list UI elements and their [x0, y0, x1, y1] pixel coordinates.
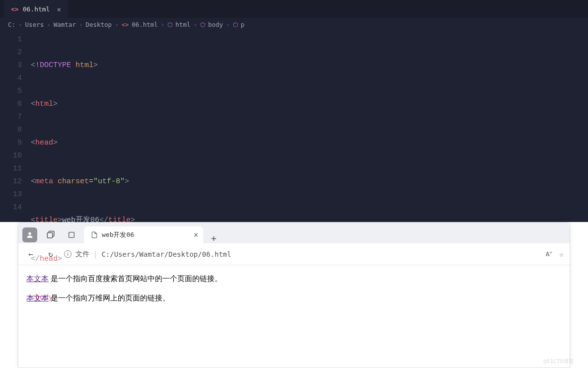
line-number: 1	[0, 33, 22, 46]
html-file-icon: <>	[11, 5, 19, 13]
breadcrumb-item[interactable]: Users	[25, 21, 44, 28]
svg-rect-2	[69, 232, 74, 238]
line-number: 12	[0, 175, 22, 188]
chevron-right-icon: ›	[226, 21, 230, 28]
line-number: 13	[0, 188, 22, 201]
chevron-right-icon: ›	[47, 21, 51, 28]
paragraph: 本文本 是一个指向万维网上的页面的链接。	[26, 294, 562, 303]
breadcrumb-item[interactable]: Wamtar	[54, 21, 76, 28]
tab-filename: 06.html	[23, 5, 50, 13]
toolbar-right: A» ☆	[546, 250, 564, 259]
line-number: 11	[0, 162, 22, 175]
line-number: 3	[0, 59, 22, 72]
close-tab-icon[interactable]: ×	[57, 5, 61, 13]
back-button[interactable]: ←	[24, 249, 37, 259]
scheme-label: 文件	[75, 250, 89, 259]
line-number: 6	[0, 98, 22, 111]
address-bar[interactable]: i 文件 | C:/Users/Wamtar/Desktop/06.html	[64, 250, 539, 259]
link-news-baidu[interactable]: 本文本	[26, 294, 49, 302]
line-number: 10	[0, 149, 22, 162]
svg-rect-1	[47, 233, 53, 238]
line-number: 7	[0, 111, 22, 124]
close-tab-icon[interactable]: ×	[194, 230, 198, 239]
line-number: 14	[0, 201, 22, 214]
line-number: 4	[0, 72, 22, 85]
breadcrumb-item[interactable]: Desktop	[85, 21, 112, 28]
line-number: 2	[0, 46, 22, 59]
browser-tab-title: web开发06	[102, 230, 134, 239]
address-separator: |	[93, 250, 97, 258]
symbol-icon: ⬡	[233, 21, 238, 28]
tab-actions-button[interactable]	[63, 226, 80, 243]
breadcrumb-item[interactable]: 06.html	[132, 21, 158, 28]
watermark: @51CTO博客	[543, 358, 574, 365]
url-path: C:/Users/Wamtar/Desktop/06.html	[101, 250, 231, 258]
editor-tabs-bar: <> 06.html ×	[0, 0, 588, 18]
info-icon[interactable]: i	[64, 250, 72, 258]
browser-tab-strip: web开发06 × +	[18, 222, 570, 243]
breadcrumb-item[interactable]: p	[241, 21, 245, 28]
code-editor: <> 06.html × C:› Users› Wamtar› Desktop›…	[0, 0, 588, 222]
favorites-button[interactable]: ☆	[559, 250, 564, 259]
breadcrumb-item[interactable]: html	[175, 21, 190, 28]
page-content: 本文本 是一个指向百度搜索首页网站中的一个页面的链接。 本文本 是一个指向万维网…	[18, 265, 570, 322]
profile-button[interactable]	[21, 226, 38, 243]
link-baidu[interactable]: 本文本	[26, 275, 49, 283]
chevron-right-icon: ›	[79, 21, 83, 28]
refresh-button[interactable]: ↻	[44, 249, 57, 259]
paragraph: 本文本 是一个指向百度搜索首页网站中的一个页面的链接。	[26, 274, 562, 284]
chevron-right-icon: ›	[161, 21, 165, 28]
user-icon	[22, 227, 37, 242]
breadcrumb-item[interactable]: body	[208, 21, 223, 28]
chevron-right-icon: ›	[193, 21, 197, 28]
browser-toolbar: ← ↻ i 文件 | C:/Users/Wamtar/Desktop/06.ht…	[18, 243, 570, 265]
line-number: 8	[0, 124, 22, 137]
html-file-icon: <>	[122, 21, 129, 28]
svg-point-0	[28, 232, 31, 235]
breadcrumb: C:› Users› Wamtar› Desktop› <>06.html› ⬡…	[0, 18, 588, 31]
new-tab-button[interactable]: +	[207, 233, 220, 243]
document-icon	[91, 231, 98, 238]
symbol-icon: ⬡	[200, 21, 205, 28]
line-number: 9	[0, 137, 22, 149]
symbol-icon: ⬡	[167, 21, 172, 28]
browser-tab[interactable]: web开发06 ×	[84, 226, 203, 243]
chevron-right-icon: ›	[115, 21, 119, 28]
breadcrumb-item[interactable]: C:	[8, 21, 15, 28]
line-number: 5	[0, 85, 22, 98]
read-aloud-button[interactable]: A»	[546, 250, 552, 259]
chevron-right-icon: ›	[18, 21, 22, 28]
editor-tab-06-html[interactable]: <> 06.html ×	[4, 0, 68, 18]
workspaces-button[interactable]	[42, 226, 59, 243]
